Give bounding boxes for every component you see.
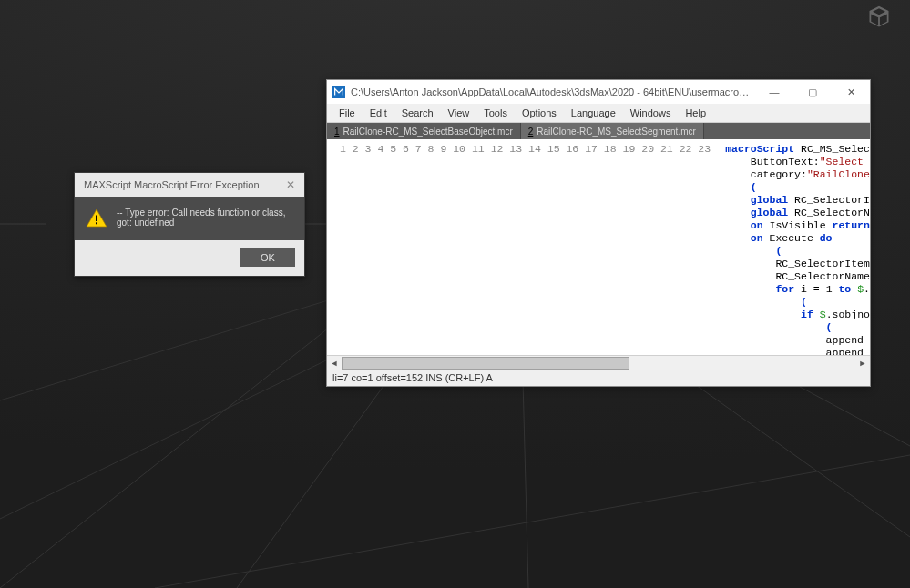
maximize-button[interactable]: ▢ xyxy=(793,80,832,104)
app-icon xyxy=(332,86,345,98)
horizontal-scrollbar[interactable]: ◄ ► xyxy=(327,355,870,370)
tabbar: 1RailClone-RC_MS_SelectBaseObject.mcr2Ra… xyxy=(327,123,870,139)
menu-windows[interactable]: Windows xyxy=(624,106,678,120)
warning-icon xyxy=(86,208,107,229)
scroll-left-icon[interactable]: ◄ xyxy=(327,357,342,370)
tab-file[interactable]: 2RailClone-RC_MS_SelectSegment.mcr xyxy=(521,123,704,139)
svg-rect-10 xyxy=(96,216,97,222)
window-close-button[interactable]: ✕ xyxy=(832,80,870,104)
svg-line-8 xyxy=(0,360,328,519)
viewcube-icon[interactable] xyxy=(866,4,892,29)
script-editor-window: C:\Users\Anton Jackson\AppData\Local\Aut… xyxy=(326,79,871,387)
menu-view[interactable]: View xyxy=(442,106,476,120)
error-dialog: MAXScript MacroScript Error Exception ✕ … xyxy=(74,172,305,277)
window-title: C:\Users\Anton Jackson\AppData\Local\Aut… xyxy=(351,86,750,97)
close-icon[interactable]: ✕ xyxy=(282,177,299,193)
svg-line-9 xyxy=(155,455,910,588)
menu-options[interactable]: Options xyxy=(516,106,563,120)
menu-help[interactable]: Help xyxy=(679,106,712,120)
menubar: FileEditSearchViewToolsOptionsLanguageWi… xyxy=(327,104,870,123)
error-dialog-body: -- Type error: Call needs function or cl… xyxy=(75,197,304,240)
error-message: -- Type error: Call needs function or cl… xyxy=(117,208,293,228)
code-area[interactable]: 1 2 3 4 5 6 7 8 9 10 11 12 13 14 15 16 1… xyxy=(327,139,870,355)
menu-language[interactable]: Language xyxy=(565,106,622,120)
error-dialog-titlebar[interactable]: MAXScript MacroScript Error Exception ✕ xyxy=(75,173,304,197)
menu-tools[interactable]: Tools xyxy=(477,106,514,120)
tab-file[interactable]: 1RailClone-RC_MS_SelectBaseObject.mcr xyxy=(327,123,521,139)
error-dialog-title: MAXScript MacroScript Error Exception xyxy=(84,179,260,190)
menu-file[interactable]: File xyxy=(332,106,362,120)
tab-label: RailClone-RC_MS_SelectSegment.mcr xyxy=(537,127,696,137)
statusbar: li=7 co=1 offset=152 INS (CR+LF) A xyxy=(327,370,870,386)
ok-button[interactable]: OK xyxy=(240,248,295,267)
scroll-right-icon[interactable]: ► xyxy=(855,357,870,370)
svg-line-7 xyxy=(0,300,328,400)
svg-rect-11 xyxy=(96,222,97,224)
scroll-track[interactable] xyxy=(342,357,855,370)
tab-label: RailClone-RC_MS_SelectBaseObject.mcr xyxy=(343,127,513,137)
code-content[interactable]: macroScript RC_MS_SelectSegment ButtonTe… xyxy=(718,139,870,355)
menu-search[interactable]: Search xyxy=(395,106,440,120)
menu-edit[interactable]: Edit xyxy=(363,106,394,120)
line-gutter: 1 2 3 4 5 6 7 8 9 10 11 12 13 14 15 16 1… xyxy=(327,139,718,355)
error-dialog-buttons: OK xyxy=(75,240,304,276)
tab-number: 2 xyxy=(528,127,534,137)
tab-number: 1 xyxy=(334,127,340,137)
window-titlebar[interactable]: C:\Users\Anton Jackson\AppData\Local\Aut… xyxy=(327,80,870,104)
minimize-button[interactable]: — xyxy=(755,80,793,104)
scroll-thumb[interactable] xyxy=(342,357,629,370)
